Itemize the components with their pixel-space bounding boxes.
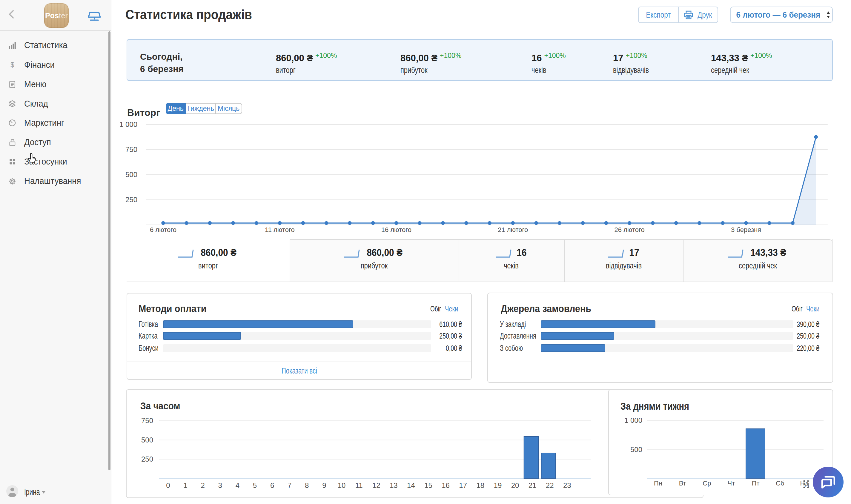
- svg-text:Пт: Пт: [752, 480, 760, 487]
- svg-text:21 лютого: 21 лютого: [498, 226, 528, 233]
- svg-text:26 лютого: 26 лютого: [614, 226, 645, 233]
- svg-text:1 000: 1 000: [120, 120, 137, 128]
- svg-text:250: 250: [125, 196, 137, 204]
- svg-text:1 000: 1 000: [624, 416, 642, 424]
- svg-text:3 березня: 3 березня: [731, 226, 761, 233]
- svg-text:Ср: Ср: [703, 480, 711, 487]
- svg-text:Пн: Пн: [654, 480, 662, 487]
- svg-text:750: 750: [125, 145, 137, 154]
- svg-text:Сб: Сб: [776, 480, 784, 487]
- svg-text:6 лютого: 6 лютого: [150, 226, 177, 233]
- svg-text:500: 500: [630, 446, 642, 453]
- svg-text:16 лютого: 16 лютого: [381, 226, 412, 233]
- svg-text:Вт: Вт: [679, 480, 686, 487]
- svg-text:$: $: [11, 61, 14, 68]
- svg-text:Чт: Чт: [728, 480, 735, 487]
- svg-text:500: 500: [125, 170, 137, 179]
- svg-text:11 лютого: 11 лютого: [265, 226, 295, 233]
